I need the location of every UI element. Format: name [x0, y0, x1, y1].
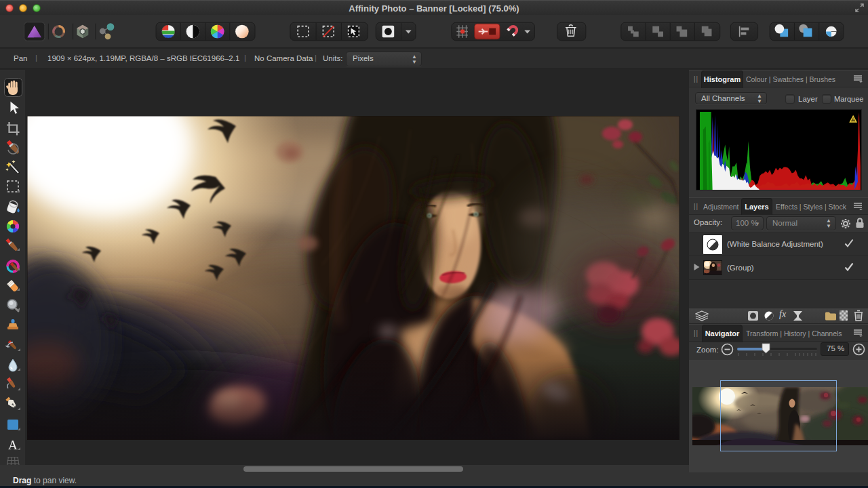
svg-text:A: A	[8, 438, 18, 452]
